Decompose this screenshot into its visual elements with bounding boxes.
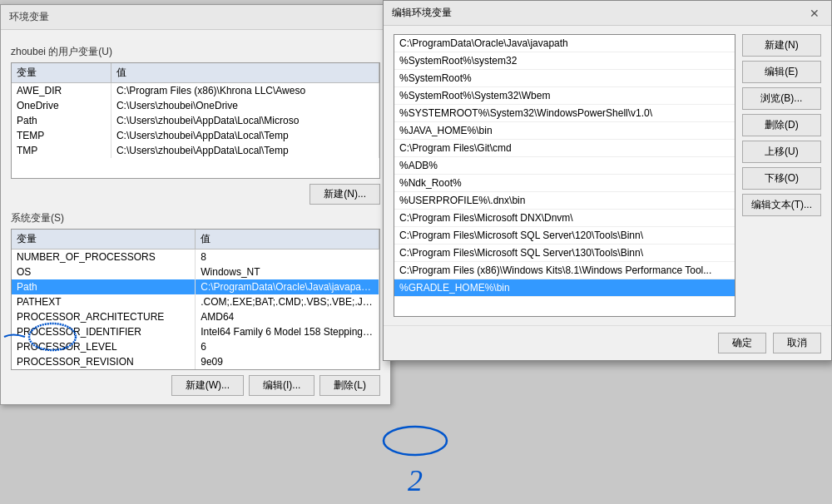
confirm-button[interactable]: 确定 bbox=[718, 333, 766, 353]
path-list-item[interactable]: C:\Program Files\Microsoft SQL Server\13… bbox=[394, 245, 735, 262]
path-list-item[interactable]: %JAVA_HOME%\bin bbox=[394, 122, 735, 140]
close-button[interactable]: ✕ bbox=[806, 7, 823, 20]
system-section-label: 系统变量(S) bbox=[11, 211, 380, 225]
user-var-cell: AWE_DIR bbox=[12, 83, 111, 99]
user-val-cell: C:\Users\zhoubei\OneDrive bbox=[111, 98, 379, 113]
path-list-item[interactable]: C:\Program Files\Git\cmd bbox=[394, 140, 735, 157]
svg-point-4 bbox=[384, 427, 447, 455]
path-list-item[interactable]: %SystemRoot%\System32\Wbem bbox=[394, 87, 735, 105]
system-val-cell: Windows_NT bbox=[196, 264, 379, 279]
user-var-table: 变量 值 AWE_DIRC:\Program Files (x86)\Khron… bbox=[12, 63, 379, 158]
user-table-row[interactable]: PathC:\Users\zhoubei\AppData\Local\Micro… bbox=[12, 113, 379, 128]
system-col-var: 变量 bbox=[12, 230, 196, 250]
edit-dialog-footer: 确定 取消 bbox=[384, 325, 831, 360]
system-table-row[interactable]: PROCESSOR_ARCHITECTUREAMD64 bbox=[12, 309, 379, 324]
edit-dialog-title: 编辑环境变量 bbox=[392, 6, 452, 20]
system-var-table-container: 变量 值 NUMBER_OF_PROCESSORS8OSWindows_NTPa… bbox=[11, 229, 380, 370]
user-var-cell: OneDrive bbox=[12, 98, 111, 113]
user-table-row[interactable]: TMPC:\Users\zhoubei\AppData\Local\Temp bbox=[12, 143, 379, 158]
system-var-cell: NUMBER_OF_PROCESSORS bbox=[12, 250, 196, 265]
system-new-button[interactable]: 新建(W)... bbox=[171, 375, 244, 396]
system-var-table: 变量 值 NUMBER_OF_PROCESSORS8OSWindows_NTPa… bbox=[12, 230, 379, 369]
edit-text-button[interactable]: 编辑文本(T)... bbox=[742, 194, 821, 216]
system-edit-button[interactable]: 编辑(I)... bbox=[249, 375, 314, 396]
path-list-item[interactable]: %SYSTEMROOT%\System32\WindowsPowerShell\… bbox=[394, 105, 735, 122]
user-var-cell: TEMP bbox=[12, 128, 111, 143]
edit-btn-col: 新建(N) 编辑(E) 浏览(B)... 删除(D) 上移(U) 下移(O) 编… bbox=[742, 34, 821, 317]
user-val-cell: C:\Users\zhoubei\AppData\Local\Temp bbox=[111, 143, 379, 158]
edit-dialog: 编辑环境变量 ✕ C:\ProgramData\Oracle\Java\java… bbox=[383, 0, 832, 361]
path-list-item[interactable]: %SystemRoot%\system32 bbox=[394, 52, 735, 70]
user-val-cell: C:\Program Files (x86)\Khrona LLC\Aweso bbox=[111, 83, 379, 99]
path-list-item[interactable]: C:\Program Files\Microsoft SQL Server\12… bbox=[394, 227, 735, 245]
system-val-cell: AMD64 bbox=[196, 309, 379, 324]
path-list-item[interactable]: %ADB% bbox=[394, 157, 735, 175]
move-up-button[interactable]: 上移(U) bbox=[742, 141, 821, 163]
user-var-table-container: 变量 值 AWE_DIRC:\Program Files (x86)\Khron… bbox=[11, 62, 380, 179]
user-val-cell: C:\Users\zhoubei\AppData\Local\Temp bbox=[111, 128, 379, 143]
path-list-container: C:\ProgramData\Oracle\Java\javapath%Syst… bbox=[394, 34, 735, 317]
system-var-cell: PROCESSOR_IDENTIFIER bbox=[12, 324, 196, 339]
svg-text:2: 2 bbox=[408, 464, 423, 497]
edit-path-button[interactable]: 编辑(E) bbox=[742, 61, 821, 83]
user-table-row[interactable]: AWE_DIRC:\Program Files (x86)\Khrona LLC… bbox=[12, 83, 379, 99]
system-var-cell: OS bbox=[12, 264, 196, 279]
system-table-row[interactable]: PathC:\ProgramData\Oracle\Java\javapath;… bbox=[12, 279, 379, 294]
edit-dialog-body: C:\ProgramData\Oracle\Java\javapath%Syst… bbox=[384, 26, 831, 325]
user-col-val: 值 bbox=[111, 63, 379, 83]
path-list-item[interactable]: %SystemRoot% bbox=[394, 70, 735, 87]
user-section-label: zhoubei 的用户变量(U) bbox=[11, 45, 380, 59]
system-btn-row: 新建(W)... 编辑(I)... 删除(L) bbox=[11, 375, 380, 396]
user-table-row[interactable]: TEMPC:\Users\zhoubei\AppData\Local\Temp bbox=[12, 128, 379, 143]
env-window-title: 环境变量 bbox=[1, 5, 390, 30]
system-val-cell: C:\ProgramData\Oracle\Java\javapath;C:\ bbox=[196, 279, 379, 294]
user-btn-row: 新建(N)... bbox=[11, 184, 380, 205]
path-list-item[interactable]: %USERPROFILE%\.dnx\bin bbox=[394, 192, 735, 210]
user-table-row[interactable]: OneDriveC:\Users\zhoubei\OneDrive bbox=[12, 98, 379, 113]
system-table-row[interactable]: OSWindows_NT bbox=[12, 264, 379, 279]
system-val-cell: 8 bbox=[196, 250, 379, 265]
user-col-var: 变量 bbox=[12, 63, 111, 83]
system-col-val: 值 bbox=[196, 230, 379, 250]
system-val-cell: 9e09 bbox=[196, 354, 379, 369]
path-list-item[interactable]: C:\Program Files\Microsoft DNX\Dnvm\ bbox=[394, 210, 735, 227]
system-var-cell: Path bbox=[12, 279, 196, 294]
system-var-cell: PROCESSOR_LEVEL bbox=[12, 339, 196, 354]
system-val-cell: Intel64 Family 6 Model 158 Stepping 9, G bbox=[196, 324, 379, 339]
browse-button[interactable]: 浏览(B)... bbox=[742, 87, 821, 110]
delete-path-button[interactable]: 删除(D) bbox=[742, 114, 821, 136]
path-list-item[interactable]: %Ndk_Root% bbox=[394, 175, 735, 192]
system-table-row[interactable]: PROCESSOR_REVISION9e09 bbox=[12, 354, 379, 369]
system-delete-button[interactable]: 删除(L) bbox=[319, 375, 380, 396]
env-title-text: 环境变量 bbox=[9, 11, 49, 22]
system-var-cell: PATHEXT bbox=[12, 294, 196, 309]
system-table-row[interactable]: NUMBER_OF_PROCESSORS8 bbox=[12, 250, 379, 265]
user-var-cell: Path bbox=[12, 113, 111, 128]
system-val-cell: .COM;.EXE;BAT;.CMD;.VBS;.VBE;.JS;.JSE;.W… bbox=[196, 294, 379, 309]
system-var-cell: PROCESSOR_REVISION bbox=[12, 354, 196, 369]
system-var-cell: PROCESSOR_ARCHITECTURE bbox=[12, 309, 196, 324]
new-path-button[interactable]: 新建(N) bbox=[742, 34, 821, 57]
path-list-item[interactable]: %GRADLE_HOME%\bin bbox=[394, 279, 735, 297]
path-list: C:\ProgramData\Oracle\Java\javapath%Syst… bbox=[394, 35, 735, 297]
env-variables-window: 环境变量 zhoubei 的用户变量(U) 变量 值 AWE_DIRC:\Pro… bbox=[0, 4, 391, 405]
user-val-cell: C:\Users\zhoubei\AppData\Local\Microso bbox=[111, 113, 379, 128]
path-list-item[interactable]: C:\Program Files (x86)\Windows Kits\8.1\… bbox=[394, 262, 735, 279]
system-table-row[interactable]: PATHEXT.COM;.EXE;BAT;.CMD;.VBS;.VBE;.JS;… bbox=[12, 294, 379, 309]
path-list-item[interactable]: C:\ProgramData\Oracle\Java\javapath bbox=[394, 35, 735, 52]
system-table-row[interactable]: PROCESSOR_LEVEL6 bbox=[12, 339, 379, 354]
system-table-row[interactable]: PROCESSOR_IDENTIFIERIntel64 Family 6 Mod… bbox=[12, 324, 379, 339]
user-new-button[interactable]: 新建(N)... bbox=[310, 184, 380, 205]
edit-dialog-title-bar: 编辑环境变量 ✕ bbox=[384, 1, 831, 26]
cancel-button[interactable]: 取消 bbox=[773, 333, 821, 353]
system-val-cell: 6 bbox=[196, 339, 379, 354]
move-down-button[interactable]: 下移(O) bbox=[742, 167, 821, 190]
user-var-cell: TMP bbox=[12, 143, 111, 158]
